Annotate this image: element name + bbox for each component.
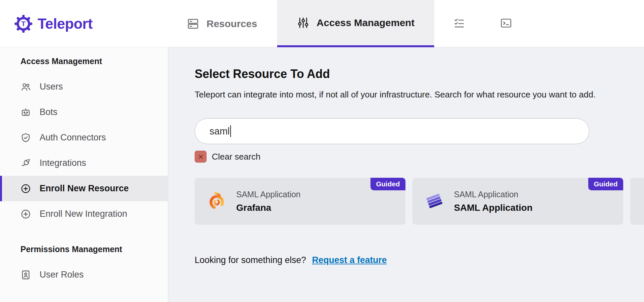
sidebar-item-auth-connectors[interactable]: Auth Connectors [0, 125, 168, 150]
request-feature-link[interactable]: Request a feature [312, 255, 387, 265]
search-value: saml [209, 126, 230, 137]
server-stack-icon [187, 18, 199, 30]
sidebar-item-users[interactable]: Users [0, 74, 168, 99]
brand-name: Teleport [38, 16, 92, 32]
clear-search-label: Clear search [212, 152, 260, 162]
main-content: Select Resource To Add Teleport can inte… [169, 47, 644, 302]
sidebar-section-heading: Access Management [0, 57, 168, 66]
sidebar-item-user-roles[interactable]: User Roles [0, 262, 168, 287]
terminal-icon [500, 17, 512, 30]
guided-badge: Guided [370, 178, 405, 190]
brand[interactable]: T Teleport [15, 0, 92, 47]
tab-resources[interactable]: Resources [187, 0, 257, 47]
teleport-logo-icon: T [15, 15, 32, 33]
plus-circle-icon [20, 183, 31, 194]
tab-terminal[interactable] [493, 0, 519, 47]
top-nav: T Teleport Resources [0, 0, 644, 47]
page-title: Select Resource To Add [195, 67, 644, 81]
clear-search-button[interactable] [195, 151, 207, 163]
close-icon [198, 154, 204, 160]
footer-row: Looking for something else? Request a fe… [195, 255, 644, 265]
tab-label: Access Management [317, 17, 415, 28]
sidebar-item-integrations[interactable]: Integrations [0, 150, 168, 176]
sidebar-item-label: Bots [40, 107, 57, 117]
sidebar: Access Management Users [0, 47, 168, 302]
sidebar-section-heading: Permissions Management [0, 245, 168, 254]
card-title: SAML Application [454, 203, 532, 213]
tab-checklist[interactable] [446, 0, 472, 47]
card-type-label: SAML Application [236, 190, 301, 199]
resource-card-list: SAML Application Grafana Guided [195, 178, 644, 225]
sidebar-item-enroll-new-resource[interactable]: Enroll New Resource [0, 176, 168, 201]
resource-card-partial[interactable] [630, 178, 644, 225]
text-caret [230, 125, 231, 137]
sidebar-item-label: Enroll New Resource [40, 183, 129, 194]
user-badge-icon [20, 270, 31, 280]
sidebar-item-bots[interactable]: Bots [0, 99, 168, 125]
guided-badge: Guided [588, 178, 623, 190]
clear-search-row: Clear search [195, 151, 644, 163]
resource-card-grafana[interactable]: SAML Application Grafana Guided [195, 178, 405, 225]
svg-text:T: T [21, 20, 26, 27]
sidebar-item-label: Integrations [40, 158, 86, 168]
card-text: SAML Application Grafana [236, 190, 301, 213]
card-text: SAML Application SAML Application [454, 190, 532, 213]
sidebar-item-label: Enroll New Integration [40, 209, 127, 219]
footer-prompt: Looking for something else? [195, 255, 306, 265]
search-input[interactable]: saml [195, 118, 589, 144]
resource-card-saml-application[interactable]: SAML Application SAML Application Guided [412, 178, 623, 225]
grafana-icon [207, 192, 226, 211]
shield-check-icon [20, 132, 31, 143]
sidebar-item-label: User Roles [40, 270, 84, 280]
sidebar-item-label: Auth Connectors [40, 132, 106, 143]
sidebar-item-label: Users [40, 82, 63, 92]
card-type-label: SAML Application [454, 190, 532, 199]
sliders-icon [297, 17, 309, 29]
card-title: Grafana [236, 203, 301, 213]
checklist-icon [453, 17, 465, 30]
users-icon [20, 82, 31, 92]
plug-icon [20, 158, 31, 169]
tab-label: Resources [207, 18, 257, 29]
app-root: T Teleport Resources [0, 0, 644, 302]
sidebar-item-enroll-new-integration[interactable]: Enroll New Integration [0, 201, 168, 227]
tab-access-management[interactable]: Access Management [277, 0, 434, 47]
page-subtitle: Teleport can integrate into most, if not… [195, 90, 644, 100]
bot-icon [20, 107, 31, 118]
saml-stack-icon [425, 192, 444, 211]
plus-circle-icon [20, 209, 31, 219]
